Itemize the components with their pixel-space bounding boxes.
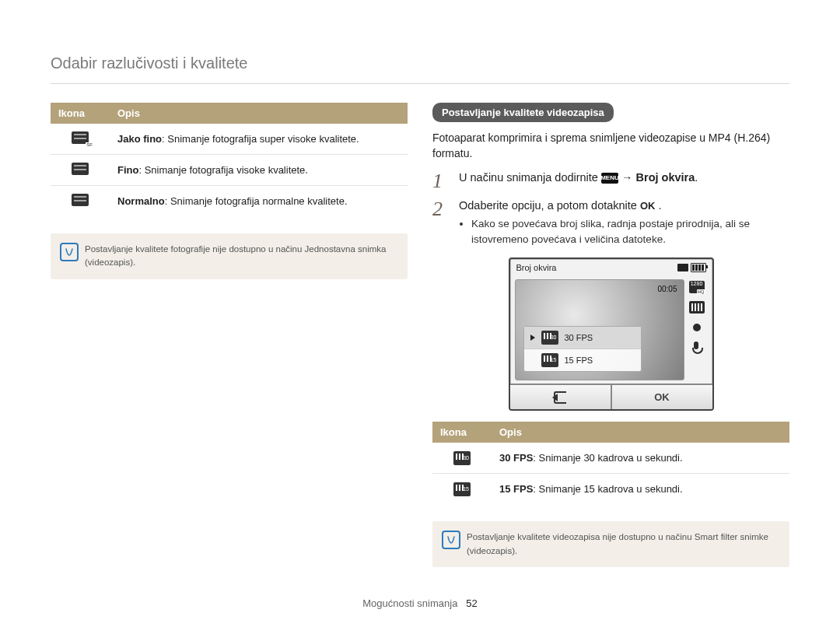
option-label: 30 FPS	[565, 333, 593, 342]
microphone-icon	[689, 342, 705, 354]
bullet-item: Kako se povećava broj slika, radnja post…	[471, 216, 789, 247]
note-text: Postavljanje kvalitete videozapisa nije …	[467, 532, 768, 555]
fps15-icon: 15	[453, 482, 471, 496]
steps-list: 1 U načinu snimanja dodirnite MENU → Bro…	[432, 171, 789, 247]
selected-indicator-icon	[530, 335, 535, 341]
screen-title: Broj okvira	[516, 263, 557, 272]
side-icons	[684, 276, 712, 384]
column-right: Postavljanje kvalitete videozapisa Fotoa…	[432, 103, 789, 567]
row-text: : Snimanje 15 kadrova u sekundi.	[533, 483, 682, 495]
fine-icon	[72, 163, 89, 175]
option-15fps[interactable]: 15 15 FPS	[524, 349, 641, 371]
note-callout: Postavljanje kvalitete videozapisa nije …	[432, 521, 789, 567]
th-desc: Opis	[492, 422, 789, 443]
record-time: 00:05	[657, 285, 677, 293]
section-heading: Postavljanje kvalitete videozapisa	[432, 103, 614, 122]
table-row: 30 30 FPS: Snimanje 30 kadrova u sekundi…	[432, 443, 789, 474]
ok-icon: OK	[640, 200, 656, 212]
page-footer: Mogućnosti snimanja 52	[0, 597, 840, 609]
step2-pre: Odaberite opciju, a potom dotaknite	[459, 199, 640, 212]
preview-area: 00:05 30 30 FPS 15 15 FP	[515, 279, 684, 380]
th-desc: Opis	[110, 103, 408, 124]
column-left: Ikona Opis Jako fino: Snimanje fotografi…	[51, 103, 408, 567]
step-2: 2 Odaberite opciju, a potom dotaknite OK…	[432, 199, 789, 247]
step1-bold: Broj okvira	[636, 171, 695, 184]
row-text: : Snimanje fotografija super visoke kval…	[162, 133, 359, 145]
footer-page: 52	[466, 597, 477, 609]
step1-pre: U načinu snimanja dodirnite	[459, 171, 601, 184]
info-icon	[442, 531, 460, 549]
row-text: : Snimanje fotografija visoke kvalitete.	[138, 164, 308, 176]
menu-icon: MENU	[601, 173, 618, 184]
row-bold: Jako fino	[117, 133, 162, 145]
options-list: 30 30 FPS 15 15 FPS	[523, 326, 642, 372]
option-label: 15 FPS	[565, 356, 593, 365]
fps30-icon: 30	[453, 451, 471, 465]
row-bold: Fino	[117, 164, 138, 176]
resolution-icon	[689, 281, 705, 293]
row-bold: Normalno	[117, 195, 165, 207]
note-text: Postavljanje kvalitete fotografije nije …	[85, 244, 386, 267]
row-bold: 15 FPS	[499, 483, 533, 495]
fps15-icon: 15	[541, 353, 558, 367]
ok-button[interactable]: OK	[611, 385, 712, 409]
fps-table: Ikona Opis 30 30 FPS: Snimanje 30 kadrov…	[432, 422, 789, 504]
fps30-icon: 30	[541, 331, 558, 345]
row-text: : Snimanje fotografija normalne kvalitet…	[165, 195, 348, 207]
step-1: 1 U načinu snimanja dodirnite MENU → Bro…	[432, 171, 789, 191]
table-row: Normalno: Snimanje fotografija normalne …	[51, 186, 408, 217]
back-button[interactable]	[510, 385, 611, 409]
row-bold: 30 FPS	[499, 452, 533, 464]
framerate-icon	[689, 301, 705, 313]
page-title: Odabir razlučivosti i kvalitete	[51, 54, 789, 84]
row-text: : Snimanje 30 kadrova u sekundi.	[533, 452, 682, 464]
metering-icon	[689, 321, 705, 334]
storage-icon	[677, 264, 688, 271]
battery-icon	[691, 263, 706, 272]
table-row: Jako fino: Snimanje fotografija super vi…	[51, 124, 408, 155]
table-row: Fino: Snimanje fotografija visoke kvalit…	[51, 155, 408, 186]
step2-bullets: Kako se povećava broj slika, radnja post…	[459, 216, 789, 247]
step2-post: .	[655, 199, 661, 212]
table-row: 15 15 FPS: Snimanje 15 kadrova u sekundi…	[432, 474, 789, 505]
th-icon: Ikona	[432, 422, 492, 443]
footer-section: Mogućnosti snimanja	[362, 597, 457, 609]
intro-paragraph: Fotoaparat komprimira i sprema snimljene…	[432, 130, 789, 162]
note-callout: Postavljanje kvalitete fotografije nije …	[51, 233, 408, 279]
info-icon	[60, 243, 79, 261]
step-number: 2	[432, 199, 450, 219]
superfine-icon	[72, 131, 89, 144]
camera-screen: Broj okvira 00:05 30	[509, 257, 714, 411]
step1-post: .	[695, 171, 698, 184]
quality-table: Ikona Opis Jako fino: Snimanje fotografi…	[51, 103, 408, 216]
th-icon: Ikona	[51, 103, 110, 124]
normal-icon	[72, 194, 89, 206]
step1-arrow: →	[621, 171, 636, 184]
option-30fps[interactable]: 30 30 FPS	[524, 327, 641, 349]
step-number: 1	[432, 171, 450, 191]
